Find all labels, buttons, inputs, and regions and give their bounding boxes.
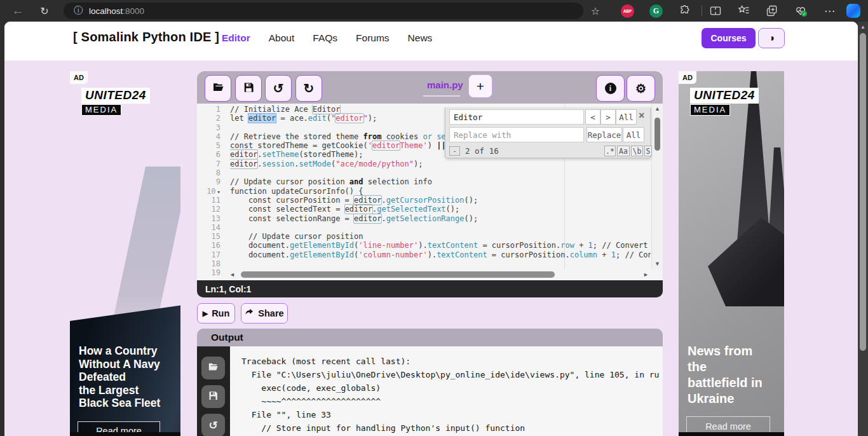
tab-underline	[423, 95, 460, 97]
scroll-up-icon[interactable]: ▲	[860, 24, 865, 30]
split-screen-icon[interactable]	[709, 4, 722, 17]
find-input[interactable]	[449, 109, 584, 125]
browser-essentials-icon[interactable]: ✓	[794, 4, 807, 17]
editor-horizontal-scrollbar[interactable]: ◄ ►	[227, 269, 651, 280]
find-all-button[interactable]: All	[616, 109, 637, 125]
new-tab-button[interactable]: +	[468, 74, 492, 98]
address-bar[interactable]: ⓘ localhost:8000	[64, 3, 583, 19]
code-line[interactable]	[230, 223, 651, 232]
case-sensitive-toggle[interactable]: Aa	[617, 146, 630, 156]
code-token: const cursorPosition =	[230, 196, 354, 205]
ad-right[interactable]: AD UNITED24 MEDIA News from the battlefi…	[679, 71, 784, 436]
undo-button[interactable]: ↺	[265, 75, 292, 102]
scroll-right-icon[interactable]: ►	[643, 271, 649, 278]
copilot-icon[interactable]	[846, 4, 860, 18]
code-token: "ace/mode/python"	[336, 160, 414, 168]
save-floppy-icon	[208, 390, 219, 404]
redo-button[interactable]: ↻	[295, 75, 322, 102]
horizontal-scroll-thumb[interactable]	[241, 271, 555, 278]
code-line[interactable]	[230, 259, 651, 268]
search-match: editor	[354, 214, 381, 223]
share-button[interactable]: Share	[241, 303, 288, 324]
code-line[interactable]: // Update cursor position and selection …	[230, 177, 651, 186]
extensions-puzzle-icon[interactable]	[679, 4, 691, 17]
theme-toggle-button[interactable]: ◑	[758, 28, 785, 48]
nav-editor[interactable]: Editor	[222, 32, 250, 44]
run-button[interactable]: ▶ Run	[197, 303, 235, 324]
in-selection-toggle[interactable]: S	[644, 146, 652, 156]
courses-button[interactable]: Courses	[702, 28, 756, 48]
code-line[interactable]: // Update cursor position	[230, 232, 651, 241]
cursor-position-label: Ln:1, Col:1	[205, 284, 251, 294]
browser-menu-icon[interactable]: ⋯	[822, 0, 837, 22]
ad-left[interactable]: AD UNITED24 MEDIA How a Country Without …	[70, 71, 180, 436]
code-line[interactable]: function updateCursorInfo() {	[230, 187, 651, 196]
nav-forums[interactable]: Forums	[356, 32, 390, 44]
replace-button[interactable]: Replace	[587, 127, 622, 142]
scroll-left-icon[interactable]: ◄	[229, 271, 235, 278]
code-token: '	[368, 141, 372, 150]
replace-all-button[interactable]: All	[623, 127, 644, 142]
code-token: column	[570, 250, 597, 259]
fold-icon[interactable]: ▾	[217, 189, 220, 195]
code-token: const storedTheme = getCookie(	[230, 141, 368, 150]
output-open-button[interactable]	[201, 357, 225, 379]
code-line[interactable]: document.getElementById('line-number').t…	[230, 241, 651, 250]
code-token: .	[381, 214, 386, 223]
save-button[interactable]	[235, 75, 262, 102]
refresh-icon[interactable]: ↻	[36, 0, 53, 22]
page-scrollbar[interactable]: ▲	[858, 22, 868, 436]
close-search-icon[interactable]: ×	[639, 110, 644, 121]
gutter-line: 11	[197, 196, 220, 205]
vertical-scroll-thumb[interactable]	[654, 118, 660, 151]
nav-about[interactable]: About	[269, 32, 295, 44]
settings-button[interactable]: ⚙	[627, 75, 655, 102]
page-scroll-thumb[interactable]	[860, 33, 866, 351]
replace-input[interactable]	[449, 127, 584, 142]
grammarly-extension-icon[interactable]: G	[649, 4, 663, 18]
code-line[interactable]: document.getElementById('column-number')…	[230, 250, 651, 259]
collapse-replace-button[interactable]: -	[449, 146, 460, 156]
favorites-list-icon[interactable]	[738, 4, 750, 17]
editor-vertical-scrollbar[interactable]: ▲ ▼	[651, 104, 663, 269]
undo-icon: ↺	[273, 82, 284, 95]
code-line[interactable]	[230, 168, 651, 177]
search-match: editor	[336, 114, 363, 123]
back-icon[interactable]: ←	[9, 0, 27, 22]
nav-news[interactable]: News	[408, 32, 433, 44]
nav-faqs[interactable]: FAQs	[313, 32, 337, 44]
scroll-down-icon[interactable]: ▼	[654, 261, 660, 267]
find-next-button[interactable]: >	[600, 109, 616, 125]
bookmark-star-icon[interactable]: ☆	[587, 0, 604, 22]
code-token: getElementById	[290, 241, 354, 250]
whole-word-toggle[interactable]: \b	[631, 146, 643, 156]
gutter-line: 2	[197, 114, 220, 123]
find-prev-button[interactable]: <	[585, 109, 600, 125]
scroll-up-icon[interactable]: ▲	[654, 106, 660, 112]
code-token: );	[368, 114, 377, 123]
code-line[interactable]: editor.session.setMode("ace/mode/python"…	[230, 160, 651, 168]
output-line: File "C:\Users\juliu\OneDrive\Desktop\py…	[241, 368, 661, 381]
code-token: textContent	[428, 241, 478, 250]
gutter-line: 9	[197, 177, 220, 186]
open-file-button[interactable]	[205, 75, 231, 102]
code-token: setTheme	[262, 150, 299, 159]
code-token: );	[414, 160, 423, 168]
regex-toggle[interactable]: .*	[604, 146, 616, 156]
site-info-icon[interactable]: ⓘ	[74, 5, 83, 17]
united24-logo-bottom: MEDIA	[81, 104, 121, 116]
code-line[interactable]: const cursorPosition = editor.getCursorP…	[230, 196, 651, 205]
united24-logo-bottom: MEDIA	[690, 104, 730, 116]
code-line[interactable]: const selectedText = editor.getSelectedT…	[230, 205, 651, 214]
united24-logo-top: UNITED24	[690, 88, 759, 104]
collections-icon[interactable]	[766, 4, 778, 17]
info-button[interactable]: i	[596, 75, 625, 102]
adblock-extension-icon[interactable]: ABP	[621, 4, 634, 18]
tab-main-py[interactable]: main.py	[427, 79, 463, 90]
output-save-button[interactable]	[201, 385, 225, 408]
output-clear-button[interactable]: ↺	[201, 414, 225, 436]
code-line[interactable]: const selectionRange = editor.getSelecti…	[230, 214, 651, 223]
gutter-line: 16	[197, 241, 220, 250]
save-floppy-icon	[243, 81, 255, 96]
ad-bottom-band	[70, 432, 180, 436]
